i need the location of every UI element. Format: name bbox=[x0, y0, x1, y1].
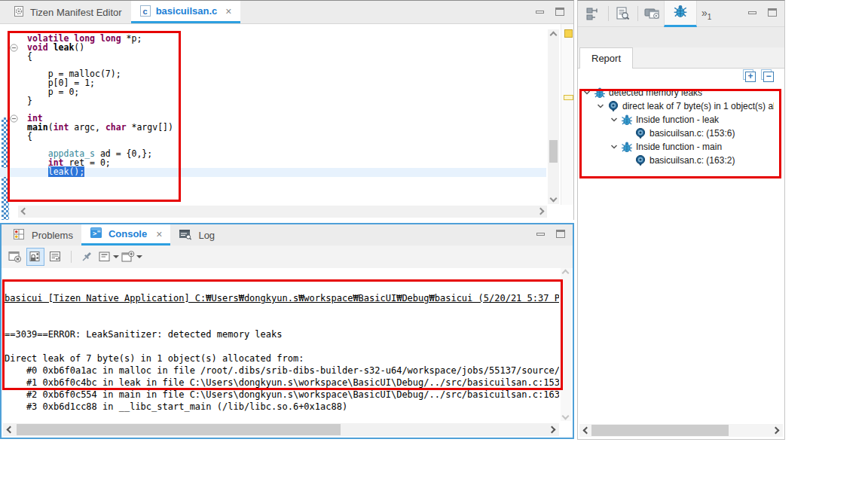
editor-horizontal-scrollbar[interactable] bbox=[18, 206, 547, 218]
run-window-view-icon[interactable] bbox=[641, 3, 664, 24]
tab-label: basicuilsan.c bbox=[156, 5, 218, 17]
tab-basicuilsan-c[interactable]: c basicuilsan.c × bbox=[131, 1, 241, 23]
chevron-down-icon[interactable] bbox=[582, 87, 592, 98]
tree-item[interactable]: basicuilsan.c: (153:6) bbox=[579, 127, 774, 140]
close-icon[interactable]: × bbox=[156, 228, 162, 240]
report-search-view-icon[interactable] bbox=[612, 3, 634, 24]
panel-spacer bbox=[578, 27, 784, 47]
panel-horizontal-scrollbar[interactable] bbox=[579, 424, 783, 437]
scrollbar-thumb[interactable] bbox=[591, 425, 729, 436]
occurrence-marker[interactable] bbox=[564, 29, 573, 38]
maximize-icon[interactable] bbox=[555, 8, 564, 16]
scrollbar-thumb[interactable] bbox=[549, 140, 558, 163]
chevron-down-icon bbox=[113, 255, 119, 258]
chevron-spacer bbox=[622, 155, 633, 166]
console-line: #0 0xb6f0a1ac in malloc in file /root/.d… bbox=[5, 364, 559, 377]
scroll-down-icon[interactable] bbox=[562, 413, 570, 420]
maximize-icon[interactable] bbox=[556, 230, 565, 238]
tree-hierarchy-view-icon[interactable] bbox=[582, 3, 605, 24]
code-line[interactable]: p = 0; bbox=[0, 88, 546, 97]
console-vertical-scrollbar[interactable] bbox=[561, 268, 571, 421]
chevron-down-icon[interactable] bbox=[609, 142, 619, 152]
minimize-icon[interactable] bbox=[536, 233, 545, 236]
tab-console[interactable]: >" Console × bbox=[81, 224, 170, 246]
code-line[interactable]: p[0] = 1; bbox=[0, 79, 546, 88]
editor-tabbar: Tizen Manifest Editor c basicuilsan.c × bbox=[0, 1, 573, 24]
scroll-left-icon[interactable] bbox=[7, 426, 14, 434]
scroll-down-icon[interactable] bbox=[550, 195, 558, 203]
tab-tizen-manifest-editor[interactable]: Tizen Manifest Editor bbox=[5, 1, 131, 23]
console-line bbox=[5, 413, 559, 421]
tree-item[interactable]: detected memory leaks bbox=[579, 86, 774, 99]
c-file-icon: c bbox=[140, 5, 151, 17]
console-line: Direct leak of 7 byte(s) in 1 object(s) … bbox=[5, 352, 559, 364]
scroll-right-icon[interactable] bbox=[772, 427, 780, 435]
console-line: #2 0xb6f0c554 in main in file C:\Users\d… bbox=[5, 389, 559, 401]
code-line[interactable]: } bbox=[0, 97, 546, 106]
code-line[interactable]: void leak() bbox=[0, 44, 546, 53]
bug-icon bbox=[621, 141, 633, 153]
tree-item[interactable]: basicuilsan.c: (163:2) bbox=[579, 154, 774, 167]
divider bbox=[71, 251, 72, 263]
svg-text:>": >" bbox=[93, 230, 101, 237]
problems-icon bbox=[13, 228, 26, 242]
tree-item[interactable]: Inside function - main bbox=[579, 140, 774, 154]
leak-sanitizer-view-tab[interactable] bbox=[664, 1, 697, 27]
more-views-badge[interactable]: »1 bbox=[701, 7, 711, 21]
tab-problems[interactable]: Problems bbox=[5, 224, 81, 246]
tree-item-label: Inside function - leak bbox=[636, 114, 719, 125]
console-output[interactable]: basicui [Tizen Native Application] C:₩Us… bbox=[2, 268, 559, 421]
scroll-up-icon[interactable] bbox=[550, 32, 558, 39]
console-horizontal-scrollbar[interactable] bbox=[3, 423, 559, 436]
bug-icon bbox=[594, 87, 606, 99]
tree-item-label: detected memory leaks bbox=[609, 87, 702, 98]
editor-vertical-scrollbar[interactable] bbox=[548, 29, 559, 204]
remove-launch-icon[interactable] bbox=[6, 248, 24, 266]
expand-all-icon[interactable]: + bbox=[745, 72, 756, 82]
tab-report[interactable]: Report bbox=[579, 47, 633, 69]
scroll-right-icon[interactable] bbox=[537, 208, 545, 215]
code-line[interactable]: { bbox=[0, 133, 546, 142]
collapse-all-icon[interactable]: − bbox=[763, 72, 774, 82]
scrollbar-thumb[interactable] bbox=[17, 424, 341, 435]
chevron-down-icon[interactable] bbox=[609, 114, 619, 125]
scroll-left-icon[interactable] bbox=[21, 208, 29, 215]
chevron-down-icon[interactable] bbox=[595, 101, 606, 111]
maximize-icon[interactable] bbox=[768, 8, 777, 17]
fold-collapse-icon[interactable] bbox=[10, 114, 19, 123]
console-icon: >" bbox=[90, 227, 102, 241]
manifest-editor-icon bbox=[14, 5, 25, 20]
tab-label: Log bbox=[198, 230, 215, 241]
code-line[interactable]: main(int argc, char *argv[]) bbox=[0, 124, 546, 133]
scroll-left-icon[interactable] bbox=[583, 427, 591, 435]
code-line[interactable] bbox=[0, 105, 546, 114]
pin-console-icon[interactable] bbox=[78, 248, 96, 266]
scroll-lock-icon[interactable] bbox=[26, 248, 44, 266]
word-wrap-icon[interactable] bbox=[47, 248, 65, 266]
chevron-spacer bbox=[622, 128, 633, 139]
open-console-dropdown[interactable] bbox=[121, 251, 142, 263]
tree-item[interactable]: Inside function - leak bbox=[579, 113, 774, 127]
code-line[interactable]: { bbox=[0, 53, 546, 62]
minimize-icon[interactable] bbox=[536, 11, 544, 14]
code-editor[interactable]: volatile long long *p;void leak(){ p = m… bbox=[0, 24, 573, 220]
tree-item[interactable]: direct leak of 7 byte(s) in 1 object(s) … bbox=[579, 99, 774, 113]
close-icon[interactable]: × bbox=[225, 5, 231, 17]
occurrence-marker[interactable] bbox=[564, 95, 573, 100]
console-toolbar bbox=[2, 246, 573, 268]
report-tabbar: Report bbox=[578, 47, 784, 69]
location-marker-icon bbox=[607, 100, 619, 112]
tree-item-label: direct leak of 7 byte(s) in 1 object(s) … bbox=[622, 101, 774, 111]
tab-log[interactable]: Log bbox=[170, 224, 223, 246]
display-selected-console-dropdown[interactable] bbox=[98, 251, 119, 263]
console-line: #1 0xb6f0c4bc in leak in file C:\Users\d… bbox=[5, 377, 559, 389]
scroll-right-icon[interactable] bbox=[549, 426, 556, 434]
scroll-up-icon[interactable] bbox=[562, 270, 570, 277]
report-actions: + − bbox=[578, 69, 784, 85]
fold-collapse-icon[interactable] bbox=[10, 44, 19, 52]
console-line: #3 0xb6d1cc88 in __libc_start_main (/lib… bbox=[5, 401, 559, 413]
code-line[interactable]: leak(); bbox=[0, 168, 546, 177]
log-icon bbox=[179, 228, 192, 242]
chevron-down-icon bbox=[136, 255, 142, 258]
minimize-icon[interactable] bbox=[748, 11, 756, 14]
